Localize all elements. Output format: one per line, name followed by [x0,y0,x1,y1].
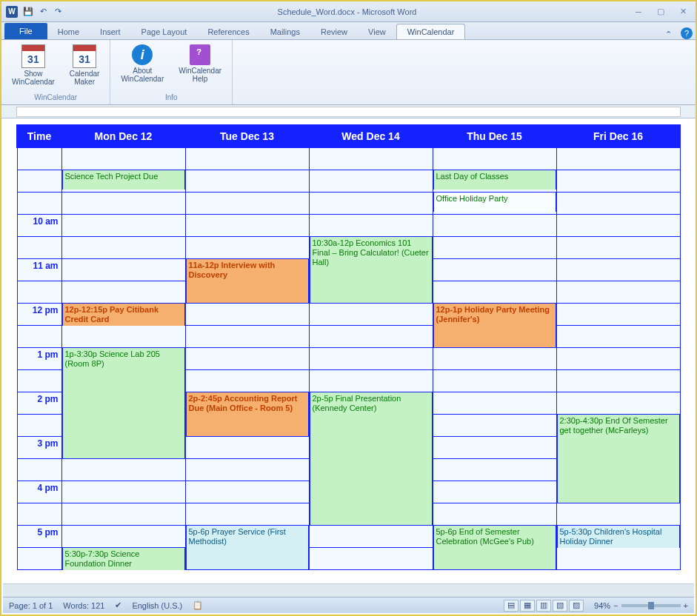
window-title: Schedule_Word.docx - Microsoft Word [64,7,630,16]
event-childrens-hospital[interactable]: 5p-5:30p Children's Hospital Holiday Din… [557,526,680,548]
redo-icon[interactable]: ↷ [52,6,64,18]
minimize-ribbon-icon[interactable]: ⌃ [659,30,678,39]
event-end-semester[interactable]: 2:30p-4:30p End Of Semester get together… [557,415,680,503]
header-thu: Thu Dec 15 [433,125,556,147]
event-science-foundation[interactable]: 5:30p-7:30p Science Foundation Dinner [62,548,185,570]
view-draft-icon[interactable]: ▨ [569,600,584,612]
zoom-in-button[interactable]: + [684,601,688,610]
status-insert-icon[interactable]: 📋 [193,600,203,610]
header-wed: Wed Dec 14 [309,125,433,147]
tab-page-layout[interactable]: Page Layout [131,24,198,39]
event-mcgee[interactable]: 5p-6p End of Semester Celebration (McGee… [433,526,556,569]
view-fullscreen-icon[interactable]: ▦ [520,600,535,612]
about-wincalendar-button[interactable]: i About WinCalendar [116,43,168,93]
close-button[interactable]: ✕ [675,5,691,19]
zoom-out-button[interactable]: − [613,601,618,610]
tab-home[interactable]: Home [47,24,90,39]
tab-file[interactable]: File [4,23,47,39]
tab-insert[interactable]: Insert [90,24,131,39]
wincalendar-help-button[interactable]: WinCalendar Help [174,43,226,93]
title-bar: W 💾 ↶ ↷ Schedule_Word.docx - Microsoft W… [1,1,696,22]
event-science-lab[interactable]: 1p-3:30p Science Lab 205 (Room 8P) [62,348,185,458]
ribbon: 31 Show WinCalendar 31 Calendar Maker Wi… [1,40,696,105]
event-final-presentation[interactable]: 2p-5p Final Presentation (Kennedy Center… [310,392,433,525]
tab-wincalendar[interactable]: WinCalendar [396,24,466,39]
view-buttons: ▤ ▦ ▥ ▧ ▨ [504,600,584,612]
calendar-icon: 31 [21,44,45,68]
event-holiday-meeting[interactable]: 12p-1p Holiday Party Meeting (Jennifer's… [433,304,556,347]
status-words[interactable]: Words: 121 [63,601,104,610]
event-economics-final[interactable]: 10:30a-12p Economics 101 Final – Bring C… [310,237,433,303]
zoom-slider[interactable] [621,604,681,607]
horizontal-ruler[interactable] [1,105,696,118]
header-tue: Tue Dec 13 [185,125,309,147]
status-language[interactable]: English (U.S.) [132,601,182,610]
minimize-button[interactable]: ─ [630,5,647,19]
maximize-button[interactable]: ▢ [653,5,669,19]
header-fri: Fri Dec 16 [556,125,680,147]
window-buttons: ─ ▢ ✕ [630,5,691,19]
help-icon[interactable]: ? [681,27,693,39]
info-icon: i [132,44,153,65]
word-logo-icon: W [6,6,18,18]
status-proofing-icon[interactable]: ✔ [115,600,121,610]
event-accounting[interactable]: 2p-2:45p Accounting Report Due (Main Off… [186,392,309,436]
view-outline-icon[interactable]: ▧ [553,600,567,612]
tab-view[interactable]: View [358,24,396,39]
event-science-project[interactable]: Science Tech Project Due [62,170,185,190]
tab-review[interactable]: Review [310,24,358,39]
show-wincalendar-button[interactable]: 31 Show WinCalendar [7,43,59,93]
event-last-day[interactable]: Last Day of Classes [433,170,556,190]
header-mon: Mon Dec 12 [61,125,185,147]
quick-access-toolbar: 💾 ↶ ↷ [22,6,64,18]
tab-references[interactable]: References [197,24,259,39]
zoom-level[interactable]: 94% [594,601,610,610]
save-icon[interactable]: 💾 [22,6,34,18]
calendar-maker-button[interactable]: 31 Calendar Maker [65,43,104,93]
ribbon-group-wincalendar: 31 Show WinCalendar 31 Calendar Maker Wi… [1,40,110,104]
view-print-layout-icon[interactable]: ▤ [504,600,518,612]
status-page[interactable]: Page: 1 of 1 [9,601,53,610]
event-prayer[interactable]: 5p-6p Prayer Service (First Methodist) [186,526,309,569]
calendar-icon: 31 [73,44,96,68]
event-interview[interactable]: 11a-12p Interview with Discovery [186,259,309,303]
event-office-party[interactable]: Office Holiday Party [433,192,556,212]
undo-icon[interactable]: ↶ [37,6,49,18]
horizontal-scrollbar[interactable] [3,583,694,597]
ribbon-group-info: i About WinCalendar WinCalendar Help Inf… [110,40,233,104]
zoom-control: 94% − + [594,601,688,610]
header-time: Time [17,125,61,147]
view-web-icon[interactable]: ▥ [536,600,551,612]
ribbon-tabs: File Home Insert Page Layout References … [1,22,696,40]
document-area[interactable]: Time Mon Dec 12 Tue Dec 13 Wed Dec 14 Th… [1,118,696,592]
calendar-table: Time Mon Dec 12 Tue Dec 13 Wed Dec 14 Th… [16,124,681,570]
status-bar: Page: 1 of 1 Words: 121 ✔ English (U.S.)… [3,597,694,613]
tab-mailings[interactable]: Mailings [260,24,310,39]
help-book-icon [190,44,210,65]
